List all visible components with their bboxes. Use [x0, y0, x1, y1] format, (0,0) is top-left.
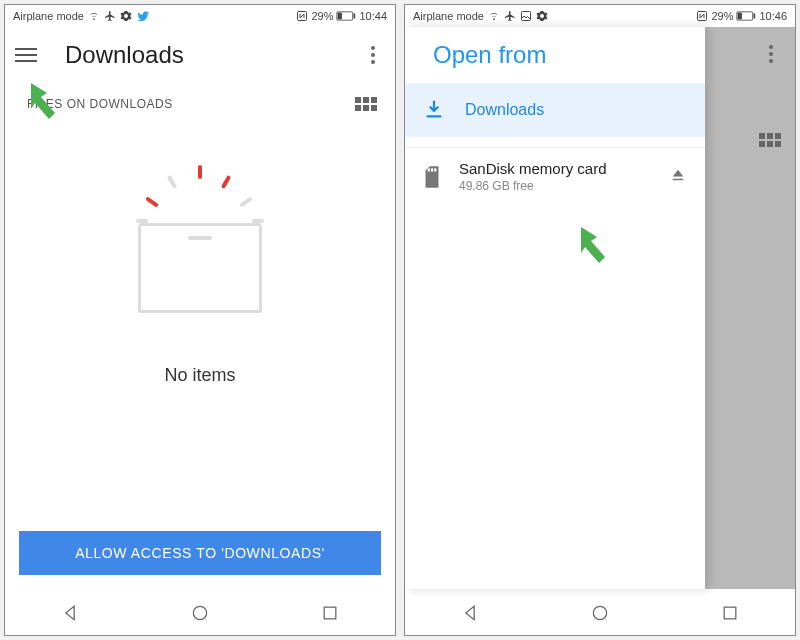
- eject-icon[interactable]: [665, 162, 691, 192]
- battery-icon: [336, 10, 356, 22]
- empty-illustration: [120, 155, 280, 315]
- overflow-menu-icon[interactable]: [759, 45, 783, 63]
- phone-left: Airplane mode 29% 10:44 Downloads FILES …: [4, 4, 396, 636]
- drawer-item-sdcard[interactable]: SanDisk memory card 49.86 GB free: [405, 147, 705, 205]
- status-mode-label: Airplane mode: [13, 10, 84, 22]
- drawer-item-label: Downloads: [465, 101, 544, 119]
- clock: 10:44: [359, 10, 387, 22]
- status-left: Airplane mode: [413, 10, 548, 22]
- scrim-overlay[interactable]: [705, 27, 795, 589]
- download-icon: [423, 99, 445, 121]
- battery-pct: 29%: [311, 10, 333, 22]
- nfc-icon: [696, 10, 708, 22]
- svg-rect-10: [738, 13, 742, 20]
- svg-rect-3: [354, 14, 356, 19]
- clock: 10:46: [759, 10, 787, 22]
- overflow-menu-icon[interactable]: [361, 46, 385, 64]
- wifi-icon: [488, 10, 500, 22]
- annotation-arrow-right: [577, 223, 633, 279]
- phone-right: Airplane mode 29% 10:46 Open from Downlo…: [404, 4, 796, 636]
- nav-bar: [5, 589, 395, 635]
- nav-recent-icon[interactable]: [720, 603, 740, 623]
- grid-view-icon[interactable]: [759, 133, 781, 147]
- battery-icon: [736, 10, 756, 22]
- page-title: Downloads: [65, 41, 361, 69]
- svg-rect-2: [338, 13, 342, 20]
- toolbar: Downloads: [5, 27, 395, 83]
- storage-free: 49.86 GB free: [459, 179, 651, 193]
- svg-rect-7: [521, 12, 530, 21]
- nav-home-icon[interactable]: [190, 603, 210, 623]
- grid-view-icon[interactable]: [355, 97, 377, 111]
- airplane-icon: [504, 10, 516, 22]
- wifi-icon: [88, 10, 100, 22]
- status-bar: Airplane mode 29% 10:46: [405, 5, 795, 27]
- nav-back-icon[interactable]: [460, 603, 480, 623]
- allow-access-button[interactable]: ALLOW ACCESS TO 'DOWNLOADS': [19, 531, 381, 575]
- sd-card-icon: [419, 164, 445, 190]
- drawer: Open from Downloads SanDisk memory card …: [405, 27, 705, 589]
- twitter-icon: [136, 9, 150, 23]
- nfc-icon: [296, 10, 308, 22]
- svg-rect-17: [724, 607, 736, 619]
- empty-state: No items: [5, 125, 395, 521]
- svg-rect-6: [324, 607, 336, 619]
- nav-recent-icon[interactable]: [320, 603, 340, 623]
- gear-icon: [120, 10, 132, 22]
- subheader-label: FILES ON DOWNLOADS: [27, 97, 173, 111]
- status-bar: Airplane mode 29% 10:44: [5, 5, 395, 27]
- battery-pct: 29%: [711, 10, 733, 22]
- subheader: FILES ON DOWNLOADS: [5, 83, 395, 125]
- storage-name: SanDisk memory card: [459, 160, 651, 177]
- status-right: 29% 10:46: [696, 10, 787, 22]
- airplane-icon: [104, 10, 116, 22]
- nav-bar: [405, 589, 795, 635]
- status-left: Airplane mode: [13, 9, 150, 23]
- svg-point-16: [593, 606, 606, 619]
- image-icon: [520, 10, 532, 22]
- svg-point-5: [193, 606, 206, 619]
- drawer-item-downloads[interactable]: Downloads: [405, 83, 705, 137]
- drawer-title: Open from: [433, 41, 695, 69]
- nav-back-icon[interactable]: [60, 603, 80, 623]
- svg-rect-11: [754, 14, 756, 19]
- empty-message: No items: [164, 365, 235, 386]
- nav-home-icon[interactable]: [590, 603, 610, 623]
- svg-rect-13: [431, 168, 433, 171]
- svg-rect-14: [434, 168, 436, 171]
- status-right: 29% 10:44: [296, 10, 387, 22]
- status-mode-label: Airplane mode: [413, 10, 484, 22]
- gear-icon: [536, 10, 548, 22]
- svg-marker-15: [581, 227, 605, 263]
- svg-rect-12: [428, 168, 430, 171]
- menu-icon[interactable]: [15, 41, 43, 69]
